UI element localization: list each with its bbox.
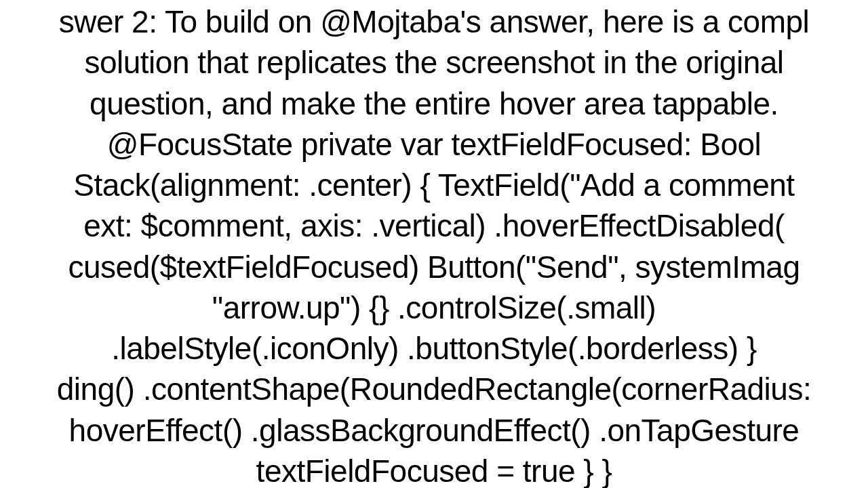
code-line-7: ding() .contentShape(RoundedRectangle(co… xyxy=(0,369,868,409)
code-line-1: @FocusState private var textFieldFocused… xyxy=(0,124,868,165)
code-line-9: textFieldFocused = true } } xyxy=(0,451,868,488)
intro-line-2: solution that replicates the screenshot … xyxy=(0,42,868,83)
intro-line-3: question, and make the entire hover area… xyxy=(0,83,868,124)
code-line-6: .labelStyle(.iconOnly) .buttonStyle(.bor… xyxy=(0,328,868,369)
code-line-2: Stack(alignment: .center) { TextField("A… xyxy=(0,165,868,205)
answer-text-block: swer 2: To build on @Mojtaba's answer, h… xyxy=(0,0,868,488)
code-line-8: hoverEffect() .glassBackgroundEffect() .… xyxy=(0,410,868,451)
code-line-3: ext: $comment, axis: .vertical) .hoverEf… xyxy=(0,205,868,246)
code-line-5: "arrow.up") {} .controlSize(.small) xyxy=(0,287,868,328)
code-line-4: cused($textFieldFocused) Button("Send", … xyxy=(0,247,868,287)
intro-line-1: swer 2: To build on @Mojtaba's answer, h… xyxy=(0,1,868,42)
